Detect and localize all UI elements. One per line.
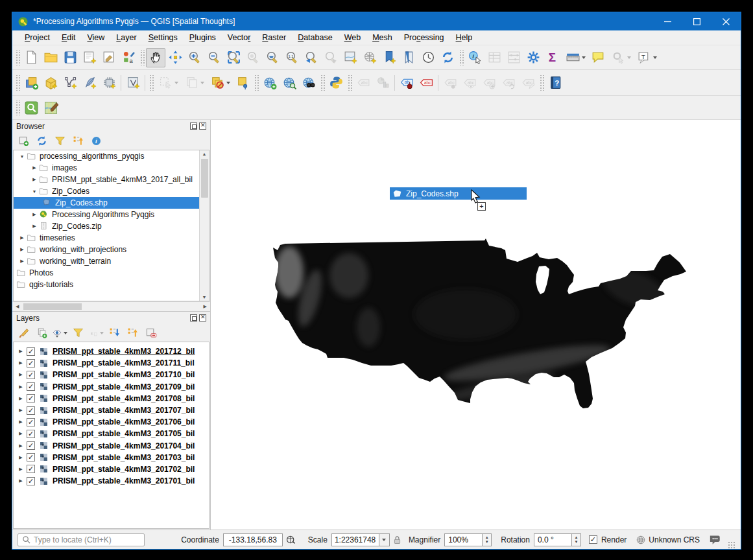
toolbar-grip[interactable] (320, 75, 325, 91)
filter-browser-button[interactable] (51, 134, 68, 149)
menu-project[interactable]: Project (19, 31, 56, 44)
menu-plugins[interactable]: Plugins (184, 31, 222, 44)
magnifier-spinner[interactable]: 100% ▲▼ (444, 533, 492, 546)
toolbar-grip[interactable] (149, 75, 154, 91)
browser-item-timeseries[interactable]: ▶timeseries (14, 232, 199, 244)
browser-float-icon[interactable] (190, 122, 197, 130)
lock-scale-icon[interactable] (392, 535, 402, 545)
filter-legend-button[interactable] (69, 325, 86, 341)
python-console-button[interactable] (326, 73, 346, 93)
zoom-in-button[interactable] (185, 48, 204, 67)
browser-close-icon[interactable] (199, 122, 206, 130)
menu-view[interactable]: View (81, 31, 110, 44)
collapse-all-layers-button[interactable] (124, 325, 141, 341)
data-source-manager-button[interactable] (21, 73, 41, 93)
layer-visibility-checkbox[interactable]: ✓ (27, 441, 35, 450)
layer-visibility-checkbox[interactable]: ✓ (27, 406, 35, 415)
zoom-native-button[interactable]: 1:1 (282, 48, 302, 67)
zoom-full-button[interactable] (224, 48, 243, 67)
browser-item-qgis-tutorials[interactable]: qgis-tutorials (14, 279, 199, 290)
extents-toggle-icon[interactable] (285, 534, 296, 545)
layers-float-icon[interactable] (190, 314, 197, 321)
menu-help[interactable]: Help (450, 31, 479, 44)
toolbar-grip[interactable] (15, 50, 20, 65)
layer-visibility-checkbox[interactable]: ✓ (27, 394, 35, 402)
refresh-button[interactable] (438, 48, 457, 67)
close-button[interactable] (711, 12, 741, 30)
pan-map-button[interactable] (146, 48, 165, 67)
processing-toolbox-button[interactable] (523, 48, 543, 67)
menu-vector[interactable]: Vector (222, 31, 256, 44)
scale-input[interactable]: 1:22361748 (331, 533, 379, 546)
map-canvas[interactable]: Zip_Codes.shp + (211, 120, 741, 530)
browser-hscrollbar[interactable]: ◀▶ (12, 301, 210, 311)
new-geopackage-button[interactable] (41, 73, 60, 93)
menu-edit[interactable]: Edit (56, 31, 82, 44)
layer-visibility-checkbox[interactable]: ✓ (27, 359, 35, 368)
save-project-button[interactable] (60, 48, 80, 67)
new-memory-layer-button[interactable] (99, 73, 119, 93)
add-group-button[interactable] (33, 325, 50, 341)
toolbar-grip[interactable] (459, 50, 464, 65)
layer-row[interactable]: ▶✓PRISM_ppt_stable_4kmM3_201703_bil (14, 452, 209, 463)
layer-visibility-checkbox[interactable]: ✓ (27, 477, 35, 485)
layer-row[interactable]: ▶✓PRISM_ppt_stable_4kmM3_201704_bil (14, 440, 209, 452)
zoom-out-button[interactable] (204, 48, 224, 67)
select-by-location-button[interactable] (233, 73, 252, 93)
drag-item-zip-codes[interactable]: Zip_Codes.shp (390, 187, 527, 200)
layer-visibility-checkbox[interactable]: ✓ (27, 347, 35, 356)
toolbar-grip[interactable] (15, 100, 20, 115)
expand-all-button[interactable] (106, 325, 123, 341)
new-shapefile-button[interactable] (60, 73, 80, 93)
select-by-value-button[interactable] (207, 73, 233, 93)
layer-row[interactable]: ▶✓PRISM_ppt_stable_4kmM3_201705_bil (14, 428, 209, 439)
search-globe-button[interactable] (299, 73, 318, 93)
temporal-controller-button[interactable] (418, 48, 438, 67)
layer-row[interactable]: ▶✓PRISM_ppt_stable_4kmM3_201706_bil (14, 416, 209, 428)
menu-layer[interactable]: Layer (110, 31, 142, 44)
browser-item-photos[interactable]: Photos (14, 267, 199, 279)
layer-row[interactable]: ▶✓PRISM_ppt_stable_4kmM3_201702_bil (14, 463, 209, 475)
menu-database[interactable]: Database (292, 31, 339, 44)
identify-features-button[interactable]: i (465, 48, 484, 67)
zoom-last-button[interactable] (302, 48, 321, 67)
toolbar-grip[interactable] (539, 75, 544, 91)
metasearch-add-button[interactable] (260, 73, 280, 93)
layer-diagram-button[interactable]: abc (416, 73, 436, 93)
add-selected-layers-button[interactable] (15, 134, 32, 149)
messages-icon[interactable] (709, 534, 721, 545)
menu-settings[interactable]: Settings (143, 31, 184, 44)
open-layer-styling-button[interactable] (15, 325, 32, 341)
browser-item-images[interactable]: ▶images (14, 162, 199, 174)
toolbar-grip[interactable] (139, 50, 145, 65)
browser-vscrollbar[interactable]: ▲▼ (199, 150, 209, 301)
coordinate-input[interactable]: -133.18,56.83 (223, 533, 283, 546)
toolbar-grip[interactable] (347, 75, 352, 91)
browser-item-zip-codes-zip[interactable]: ▶Zip_Codes.zip (14, 220, 199, 232)
help-contents-button[interactable]: ? (545, 73, 565, 93)
title-bar[interactable]: *Processing Algorithms Pyqgis — QGIS [Sp… (12, 12, 741, 30)
layer-visibility-checkbox[interactable]: ✓ (27, 418, 35, 426)
refresh-browser-button[interactable] (33, 134, 50, 149)
menu-processing[interactable]: Processing (398, 31, 450, 44)
browser-item-zip-codes[interactable]: ▼Zip_Codes (14, 185, 199, 197)
layer-visibility-checkbox[interactable]: ✓ (27, 382, 35, 391)
map-tips-button[interactable] (588, 48, 608, 67)
pan-to-selection-button[interactable] (165, 48, 185, 67)
osm-place-search-button[interactable] (21, 98, 41, 117)
layer-labeling-button[interactable]: ab (397, 73, 416, 93)
browser-item-working-with-terrain[interactable]: ▶working_with_terrain (14, 255, 199, 267)
crs-globe-icon[interactable] (636, 535, 646, 545)
zoom-to-layer-button[interactable] (263, 48, 282, 67)
menu-mesh[interactable]: Mesh (366, 31, 398, 44)
menu-web[interactable]: Web (339, 31, 366, 44)
layer-row[interactable]: ▶✓PRISM_ppt_stable_4kmM3_201707_bil (14, 404, 209, 416)
new-print-layout-button[interactable] (80, 48, 99, 67)
browser-item-processing-algorithms-pyqgis[interactable]: ▶Processing Algorithms Pyqgis (14, 209, 199, 220)
locator-search-input[interactable]: Type to locate (Ctrl+K) (18, 533, 145, 546)
layer-visibility-checkbox[interactable]: ✓ (27, 465, 35, 473)
layer-row[interactable]: ▶✓PRISM_ppt_stable_4kmM3_201708_bil (14, 393, 209, 404)
new-bookmark-button[interactable] (379, 48, 399, 67)
browser-item-zip-codes-shp[interactable]: Zip_Codes.shp (14, 197, 199, 209)
measure-button[interactable] (562, 48, 588, 67)
